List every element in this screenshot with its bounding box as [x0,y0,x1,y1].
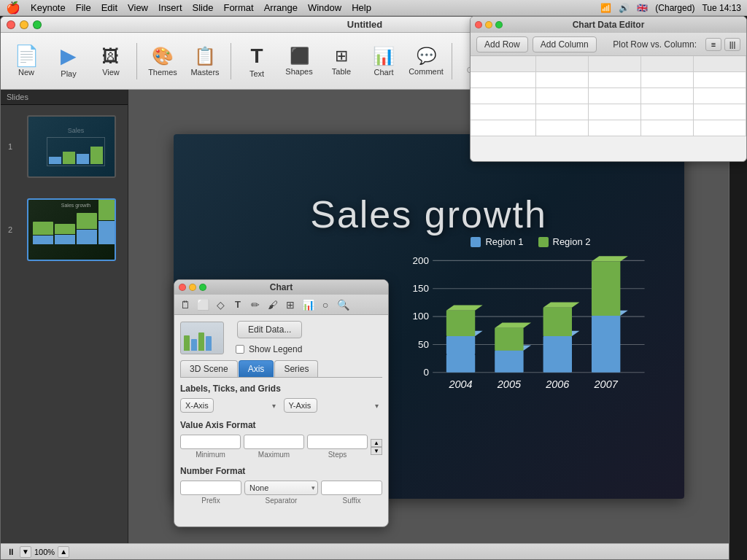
view-label: View [102,68,120,77]
text-button[interactable]: T Text [237,36,276,86]
tab-series[interactable]: Series [274,360,318,377]
chart-panel-minimize[interactable] [189,284,196,291]
chart-panel-maximize[interactable] [199,284,206,291]
add-column-button[interactable]: Add Column [533,36,597,52]
grid-row-3-col-3[interactable] [641,120,694,136]
cp-tool-table[interactable]: ⊞ [282,297,298,313]
shapes-button[interactable]: ⬛ Shapes [279,36,319,86]
add-row-button[interactable]: Add Row [476,36,528,52]
cp-tool-magnify[interactable]: 🔍 [335,297,351,313]
grid-row-0-col-2[interactable] [589,72,641,88]
cp-tool-pencil[interactable]: ✏ [247,297,263,313]
chart-preview-row: Edit Data... Show Legend [180,321,382,354]
grid-row-2-col-0[interactable] [471,104,536,120]
play-button[interactable]: ▶ Play [49,36,88,86]
grid-header-4 [694,56,746,72]
plot-column-icon[interactable]: ||| [724,38,740,51]
traffic-lights [7,20,42,29]
masters-button[interactable]: 📋 Masters [185,36,225,86]
menu-file[interactable]: File [76,2,91,13]
menu-keynote[interactable]: Keynote [31,2,66,13]
toolbar-separator-1 [136,43,137,79]
view-button[interactable]: 🖼 View [91,36,131,86]
maximum-input[interactable] [244,435,304,449]
stepper-up[interactable]: ▲ [371,439,382,447]
apple-menu[interactable]: 🍎 [6,1,20,15]
chart-panel-close[interactable] [179,284,186,291]
de-minimize[interactable] [485,21,492,28]
show-legend-checkbox[interactable] [236,345,244,354]
menu-edit[interactable]: Edit [101,2,117,13]
grid-row-2-col-4[interactable] [694,104,746,120]
steps-input[interactable] [307,435,368,449]
de-maximize[interactable] [495,21,503,28]
data-editor-toolbar: Add Row Add Column Plot Row vs. Column: … [471,33,746,56]
grid-row-1-col-3[interactable] [641,88,694,104]
number-format-section: Number Format Prefix [180,466,382,505]
slide-2-thumbnail[interactable]: Sales growth [27,198,116,261]
slide-1-content: Sales [28,117,116,176]
menu-help[interactable]: Help [352,2,371,13]
separator-select[interactable]: None Comma Period [244,481,318,495]
text-label: Text [249,69,264,78]
slide-1-thumbnail[interactable]: Sales [27,115,116,178]
chart-svg: 200 150 100 50 0 [400,253,662,457]
grid-row-1-col-1[interactable] [536,88,589,104]
grid-row-1-col-4[interactable] [694,88,746,104]
show-legend-row: Show Legend [236,344,302,354]
cp-tool-brush[interactable]: 🖌 [265,297,281,313]
grid-row-2-col-2[interactable] [589,104,641,120]
cp-tool-doc[interactable]: 🗒 [177,297,193,313]
grid-row-0-col-0[interactable] [471,72,536,88]
chart-button[interactable]: 📊 Chart [364,36,403,86]
mini-bar-3 [198,332,204,351]
chart-panel-tool-row: 🗒 ⬜ ◇ T ✏ 🖌 ⊞ 📊 ○ 🔍 [174,295,388,315]
grid-row-2-col-3[interactable] [641,104,694,120]
menu-slide[interactable]: Slide [193,2,214,13]
minimize-button[interactable] [20,20,28,29]
suffix-input[interactable] [321,481,382,495]
comment-button[interactable]: 💬 Comment [406,36,446,86]
new-button[interactable]: 📄 New [7,36,46,86]
table-button[interactable]: ⊞ Table [322,36,361,86]
prefix-input[interactable] [180,481,241,495]
grid-row-3-col-2[interactable] [589,120,641,136]
chart-mini-preview [180,322,224,354]
grid-row-3-col-1[interactable] [536,120,589,136]
grid-row-3-col-4[interactable] [694,120,746,136]
close-button[interactable] [7,20,15,29]
tab-axis[interactable]: Axis [239,360,274,377]
grid-row-3-col-0[interactable] [471,120,536,136]
grid-row-1-col-0[interactable] [471,88,536,104]
cp-tool-diamond[interactable]: ◇ [212,297,228,313]
grid-row-0-col-3[interactable] [641,72,694,88]
tab-3d-scene[interactable]: 3D Scene [180,360,238,377]
stepper-down[interactable]: ▼ [371,447,382,455]
menu-view[interactable]: View [128,2,148,13]
maximize-button[interactable] [33,20,42,29]
menu-insert[interactable]: Insert [158,2,182,13]
minimum-input[interactable] [180,435,241,449]
cp-tool-frame[interactable]: ⬜ [195,297,211,313]
grid-row-1-col-2[interactable] [589,88,641,104]
y-axis-select[interactable]: Y-Axis X-Axis [284,398,317,413]
grid-row-0-col-1[interactable] [536,72,589,88]
themes-button[interactable]: 🎨 Themes [143,36,182,86]
grid-row-0-col-4[interactable] [694,72,746,88]
plot-row-icon[interactable]: ≡ [705,38,721,51]
grid-row-2-col-1[interactable] [536,104,589,120]
x-axis-select[interactable]: X-Axis Y-Axis [180,398,214,413]
menu-arrange[interactable]: Arrange [264,2,298,13]
edit-data-button[interactable]: Edit Data... [237,321,302,338]
svg-rect-10 [446,354,474,373]
de-close[interactable] [475,21,482,28]
zoom-down-button[interactable]: ▼ [20,546,31,558]
menu-window[interactable]: Window [308,2,341,13]
cp-tool-chart[interactable]: 📊 [300,297,316,313]
text-icon: T [250,44,263,68]
cp-tool-circle[interactable]: ○ [317,297,333,313]
zoom-up-button[interactable]: ▲ [58,546,69,558]
data-grid-container [471,56,746,136]
cp-tool-text[interactable]: T [230,297,246,313]
menu-format[interactable]: Format [223,2,253,13]
